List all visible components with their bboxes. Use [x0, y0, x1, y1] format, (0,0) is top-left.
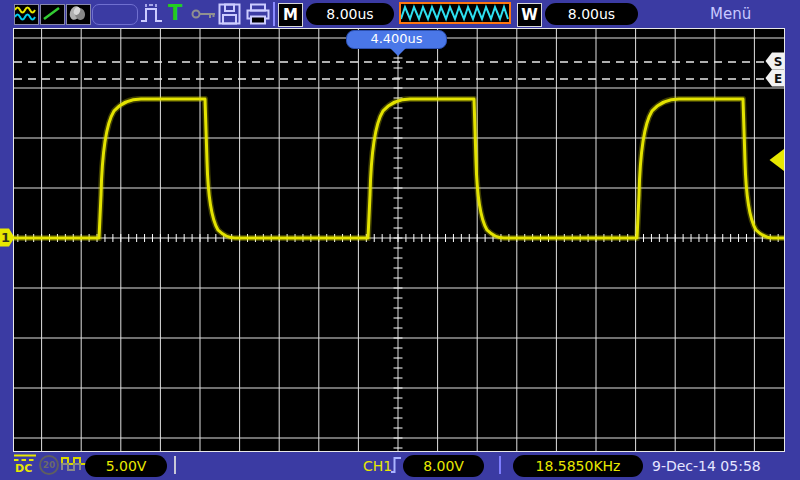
main-timebase-value[interactable]: 8.00us	[306, 3, 394, 25]
bottombar-divider-1	[174, 456, 176, 474]
main-timebase-badge[interactable]: M	[278, 3, 303, 27]
channel-waves-icon[interactable]	[14, 4, 39, 25]
cursor-pointer-icon	[390, 48, 406, 56]
trigger-t-icon[interactable]: T	[168, 1, 182, 25]
noise-blob-icon[interactable]	[66, 4, 91, 25]
rising-edge-icon	[390, 455, 402, 475]
channel1-marker-label: 1	[1, 230, 10, 245]
plot-svg: S E	[13, 28, 785, 452]
trigger-level-marker[interactable]	[770, 149, 785, 171]
bottombar-divider-2	[499, 456, 501, 474]
window-start-label: S	[774, 55, 783, 69]
window-end-label: E	[774, 72, 782, 86]
datetime-label: 9-Dec-14 05:58	[652, 458, 761, 474]
cursor-line-icon[interactable]	[40, 4, 65, 25]
frequency-readout: 18.5850KHz	[513, 455, 643, 477]
dc-coupling-icon[interactable]: DC	[12, 453, 38, 475]
key-icon[interactable]	[191, 8, 217, 20]
window-timebase-value[interactable]: 8.00us	[545, 3, 638, 25]
trigger-source-label[interactable]: CH1	[363, 458, 392, 474]
cursor-time-readout[interactable]: 4.400us	[346, 30, 447, 49]
graticule-area: S E	[13, 28, 785, 452]
preview-waveform-icon[interactable]	[399, 2, 511, 24]
dc-coupling-label: DC	[15, 462, 32, 475]
oscilloscope-screen: T M 8.00us W 8.00us Menü S	[0, 0, 800, 480]
pulse-width-icon[interactable]	[140, 3, 164, 25]
channel1-marker[interactable]: 1	[0, 227, 16, 248]
menu-button[interactable]: Menü	[710, 5, 751, 23]
blank-button[interactable]	[92, 4, 138, 25]
channel-scale-readout[interactable]: 5.00V	[85, 455, 167, 477]
bandwidth-20mhz-icon[interactable]: 20	[39, 455, 59, 475]
invert-wave-icon[interactable]	[61, 456, 87, 472]
window-end-marker[interactable]: E	[766, 70, 785, 87]
window-timebase-badge[interactable]: W	[517, 3, 542, 27]
window-start-marker[interactable]: S	[766, 53, 785, 70]
save-icon[interactable]	[218, 3, 241, 25]
toolbar-divider	[273, 2, 275, 26]
trigger-level-readout[interactable]: 8.00V	[403, 455, 484, 477]
print-icon[interactable]	[246, 3, 270, 25]
